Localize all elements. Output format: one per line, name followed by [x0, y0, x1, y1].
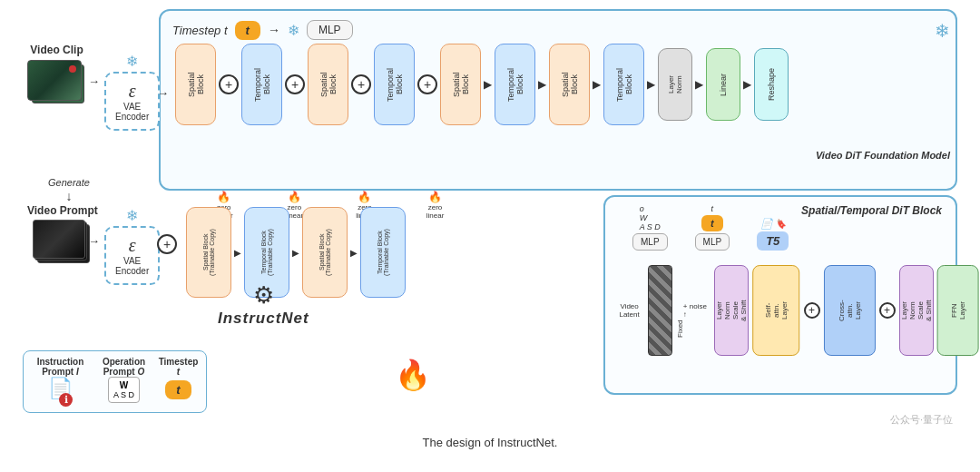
- t5-box: T5: [757, 231, 789, 251]
- t-label-input: t: [711, 204, 714, 213]
- mlp-o: MLP: [632, 233, 668, 251]
- watermark: 公众号·量子位: [890, 413, 953, 427]
- mlp-box-top: MLP: [307, 20, 353, 40]
- vae-symbol-top: ε: [115, 81, 149, 102]
- mlp-t: MLP: [695, 233, 730, 251]
- spatial-block-1: SpatialBlock: [175, 44, 216, 125]
- t-value-top: t: [235, 21, 260, 40]
- ffn-block: FFNLayer: [937, 265, 979, 356]
- caption: The design of InstructNet.: [423, 436, 558, 449]
- timestep-row: Timestep t t → ❄ MLP: [172, 20, 353, 40]
- instructnet-label: InstructNet: [218, 310, 309, 328]
- arrow-b6: ▶: [538, 78, 546, 91]
- temporal-block-1: TemporalBlock: [241, 44, 282, 125]
- right-panel-inputs: oWA S D MLP t t MLP 📄 🔖 T5: [632, 204, 789, 251]
- fire-icon-main: 🔥: [395, 358, 431, 392]
- plus-self-attn: +: [804, 302, 820, 319]
- operation-prompt-title: OperationPrompt O: [103, 357, 145, 377]
- snowflake-mlp: ❄: [288, 22, 299, 39]
- vae-encoder-bottom-group: ❄ ε VAEEncoder: [104, 207, 160, 285]
- zero-linear-4: 🔥 zero linear: [426, 191, 445, 220]
- right-panel-title: Spatial/Temporal DiT Block: [801, 204, 942, 217]
- spatial-block-2: SpatialBlock: [308, 44, 348, 125]
- cross-attn-block: Cross-attn.Layer: [824, 265, 876, 356]
- arrow-to-mlp: →: [268, 23, 280, 37]
- arrow-b7: ▶: [593, 78, 601, 91]
- t-value-right: t: [701, 215, 723, 231]
- vae-symbol-bottom: ε: [115, 235, 149, 256]
- right-panel: Spatial/Temporal DiT Block oWA S D MLP t…: [603, 195, 957, 395]
- i-label: 📄 🔖: [760, 218, 786, 230]
- plus-4: +: [417, 74, 437, 94]
- noise-label: + noise ↑: [683, 302, 711, 319]
- arrow-lin: ▶: [743, 78, 751, 91]
- timestep-t-value: t: [165, 380, 191, 399]
- arrow-vae-blocks: →: [157, 86, 169, 100]
- instruction-prompt-title: InstructionPrompt I: [37, 357, 84, 377]
- spatial-block-4: SpatialBlock: [549, 44, 590, 125]
- layer-norm-scale-shift-2: LayerNormScale& Shift: [899, 265, 934, 356]
- fixed-label: Fixed: [676, 283, 684, 338]
- linear-block: Linear: [706, 48, 740, 121]
- snowflake-vae-top: ❄: [126, 53, 138, 70]
- operation-prompt-icon: W A S D: [108, 377, 140, 403]
- arrow-ln: ▶: [695, 78, 703, 91]
- vae-encoder-top: ε VAEEncoder: [104, 72, 160, 131]
- diagram-area: Timestep t t → ❄ MLP Video Clip → ❄ ε VA…: [14, 9, 966, 454]
- instructnet-icon: ⚙: [253, 281, 274, 310]
- plus-2: +: [285, 74, 305, 94]
- instruction-prompt-group: InstructionPrompt I 📄 ℹ: [31, 357, 90, 407]
- plus-cross-attn: +: [879, 302, 896, 319]
- arrow-clip-vae: →: [88, 74, 100, 88]
- snowflake-top-right: ❄: [935, 20, 950, 42]
- video-prompt-thumbnail: [33, 220, 85, 259]
- spatial-block-3: SpatialBlock: [440, 44, 481, 125]
- temporal-block-2: TemporalBlock: [374, 44, 415, 125]
- video-clip-label: Video Clip: [30, 44, 83, 56]
- operation-prompt-group: OperationPrompt O W A S D: [94, 357, 153, 403]
- layer-norm-block: LayerNorm: [658, 48, 692, 121]
- arrow-prompt-vae: →: [88, 234, 100, 248]
- instruction-badge: ℹ: [59, 393, 73, 407]
- snowflake-vae-bottom: ❄: [126, 207, 138, 224]
- vae-encoder-top-group: ❄ ε VAEEncoder: [104, 53, 160, 131]
- vae-label-top: VAEEncoder: [115, 102, 149, 122]
- video-latent-label: VideoLatent: [614, 302, 644, 319]
- main-container: Timestep t t → ❄ MLP Video Clip → ❄ ε VA…: [0, 0, 980, 472]
- right-panel-blocks: VideoLatent Fixed + noise ↑ LayerNormSca…: [614, 265, 980, 356]
- reshape-block: Reshape: [754, 48, 789, 121]
- video-prompt-label: Video Prompt: [27, 204, 98, 217]
- o-label: oWA S D: [640, 204, 661, 231]
- layer-norm-scale-shift-1: LayerNormScale& Shift: [714, 265, 749, 356]
- instructnet-section: ⚙ InstructNet: [218, 281, 309, 328]
- timestep-label: Timestep t: [172, 24, 228, 37]
- video-dit-label: Video DiT Foundation Model: [816, 150, 950, 161]
- top-blocks-row: SpatialBlock + TemporalBlock + SpatialBl…: [175, 44, 789, 125]
- self-attn-block: Self-attn.Layer: [752, 265, 799, 356]
- timestep-prompt-group: Timestept t: [158, 357, 199, 399]
- trainable-temporal-2: Temporal Block(Trainable Copy): [360, 207, 406, 298]
- arrow-b8: ▶: [647, 78, 655, 91]
- arrow-b5: ▶: [484, 78, 492, 91]
- generate-arrow: Generate ↓: [48, 177, 90, 203]
- video-latent-box: [648, 265, 672, 356]
- plus-circle-noise: +: [157, 234, 177, 254]
- plus-1: +: [219, 74, 239, 94]
- prompt-section: InstructionPrompt I 📄 ℹ OperationPrompt …: [23, 350, 207, 413]
- vae-label-bottom: VAEEncoder: [115, 256, 149, 276]
- plus-3: +: [351, 74, 371, 94]
- vae-encoder-bottom: ε VAEEncoder: [104, 226, 160, 285]
- temporal-block-4: TemporalBlock: [603, 44, 644, 125]
- temporal-block-3: TemporalBlock: [495, 44, 535, 125]
- video-clip-thumbnail: [27, 60, 82, 101]
- timestep-prompt-title: Timestept: [159, 357, 199, 377]
